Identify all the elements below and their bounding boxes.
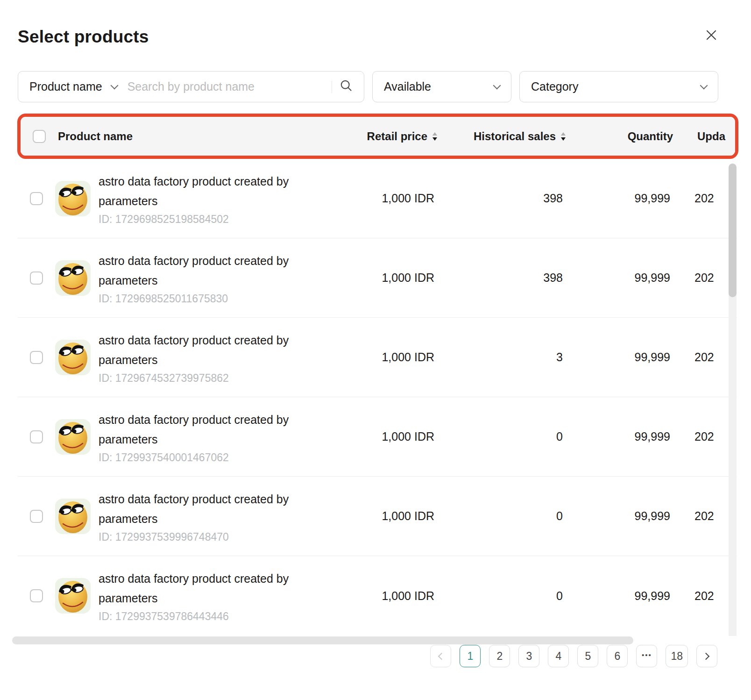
chevron-down-icon	[700, 81, 708, 89]
product-image	[55, 260, 91, 296]
product-name: astro data factory product created by pa…	[99, 171, 302, 211]
row-checkbox[interactable]	[30, 192, 43, 205]
updated-value: 202	[670, 589, 737, 603]
historical-sales-value: 398	[543, 271, 563, 285]
historical-sales-value: 0	[556, 589, 563, 603]
pagination-page-4[interactable]: 4	[548, 645, 569, 667]
quantity-value: 99,999	[635, 430, 670, 443]
table-row[interactable]: astro data factory product created by pa…	[18, 238, 737, 318]
search-field-selector[interactable]: Product name	[29, 80, 102, 93]
sort-asc-icon	[432, 132, 437, 136]
header-retail-price[interactable]: Retail price	[358, 130, 437, 143]
product-name: astro data factory product created by pa…	[99, 569, 302, 608]
retail-price-value: 1,000 IDR	[382, 192, 434, 205]
table-row[interactable]: astro data factory product created by pa…	[18, 477, 737, 556]
quantity-value: 99,999	[635, 509, 670, 523]
pagination-ellipsis[interactable]: •••	[636, 645, 657, 667]
horizontal-scrollbar-thumb[interactable]	[12, 636, 633, 644]
category-dropdown[interactable]: Category	[519, 71, 718, 102]
category-label: Category	[531, 80, 578, 93]
close-button[interactable]	[704, 27, 720, 43]
vertical-scrollbar[interactable]	[729, 164, 737, 636]
product-cell: astro data factory product created by pa…	[55, 251, 355, 305]
product-id: ID: 1729937539786443446	[99, 610, 302, 623]
horizontal-scrollbar[interactable]	[12, 636, 737, 644]
vertical-scrollbar-thumb[interactable]	[729, 164, 737, 297]
pagination: 123456•••18	[430, 645, 717, 667]
updated-value: 202	[670, 350, 737, 364]
row-checkbox[interactable]	[30, 510, 43, 523]
retail-price-value: 1,000 IDR	[382, 509, 434, 523]
historical-sales-label: Historical sales	[474, 130, 556, 143]
quantity-value: 99,999	[635, 192, 670, 205]
sort-desc-icon	[561, 137, 566, 141]
row-checkbox[interactable]	[30, 351, 43, 364]
product-image	[55, 181, 91, 216]
row-checkbox[interactable]	[30, 430, 43, 443]
updated-value: 202	[670, 509, 737, 523]
pagination-prev[interactable]	[430, 645, 451, 667]
product-cell: astro data factory product created by pa…	[55, 569, 355, 623]
search-filter-box[interactable]: Product name	[18, 71, 364, 102]
sort-arrows-icon[interactable]	[561, 132, 566, 141]
pagination-page-18[interactable]: 18	[666, 645, 688, 667]
updated-value: 202	[670, 192, 737, 205]
retail-price-label: Retail price	[367, 130, 427, 143]
close-icon	[704, 28, 720, 42]
product-image	[55, 419, 91, 455]
availability-label: Available	[384, 80, 431, 93]
table-row[interactable]: astro data factory product created by pa…	[18, 397, 737, 477]
header-quantity: Quantity	[628, 130, 673, 143]
product-cell: astro data factory product created by pa…	[55, 489, 355, 543]
historical-sales-value: 0	[556, 509, 563, 523]
historical-sales-value: 0	[556, 430, 563, 443]
product-name: astro data factory product created by pa…	[99, 330, 302, 370]
product-name: astro data factory product created by pa…	[99, 489, 302, 529]
select-all-checkbox[interactable]	[33, 130, 46, 143]
retail-price-value: 1,000 IDR	[382, 350, 434, 364]
table-row[interactable]: astro data factory product created by pa…	[18, 318, 737, 397]
sort-desc-icon	[432, 137, 437, 141]
updated-value: 202	[670, 430, 737, 443]
chevron-left-icon	[438, 652, 446, 660]
availability-dropdown[interactable]: Available	[372, 71, 511, 102]
search-input[interactable]	[128, 80, 332, 93]
product-id: ID: 1729937539996748470	[99, 531, 302, 543]
search-icon[interactable]	[340, 79, 353, 95]
divider	[332, 81, 333, 93]
row-checkbox[interactable]	[30, 589, 43, 602]
historical-sales-value: 3	[556, 350, 563, 364]
pagination-page-5[interactable]: 5	[577, 645, 598, 667]
updated-value: 202	[670, 271, 737, 285]
pagination-page-6[interactable]: 6	[607, 645, 628, 667]
sort-arrows-icon[interactable]	[432, 132, 437, 141]
pagination-next[interactable]	[696, 645, 717, 667]
header-historical-sales[interactable]: Historical sales	[437, 130, 566, 143]
table-row[interactable]: astro data factory product created by pa…	[18, 159, 737, 238]
chevron-down-icon	[110, 81, 118, 89]
chevron-down-icon	[493, 81, 501, 89]
product-table-body: astro data factory product created by pa…	[18, 159, 737, 636]
sort-asc-icon	[561, 132, 566, 136]
page-title: Select products	[18, 27, 149, 47]
product-id: ID: 1729698525011675830	[99, 293, 302, 305]
retail-price-value: 1,000 IDR	[382, 589, 434, 603]
product-image	[55, 578, 91, 614]
historical-sales-value: 398	[543, 192, 563, 205]
retail-price-value: 1,000 IDR	[382, 271, 434, 285]
pagination-page-1[interactable]: 1	[460, 645, 481, 667]
chevron-right-icon	[702, 652, 710, 660]
table-header-row: Product name Retail price Historical sal…	[21, 117, 735, 156]
filter-bar: Product name Available Category	[18, 71, 718, 102]
table-row[interactable]: astro data factory product created by pa…	[18, 556, 737, 636]
quantity-value: 99,999	[635, 271, 670, 285]
product-name: astro data factory product created by pa…	[99, 410, 302, 449]
product-image	[55, 340, 91, 375]
quantity-value: 99,999	[635, 350, 670, 364]
row-checkbox[interactable]	[30, 271, 43, 285]
pagination-page-2[interactable]: 2	[489, 645, 510, 667]
product-id: ID: 1729698525198584502	[99, 213, 302, 226]
pagination-page-3[interactable]: 3	[518, 645, 539, 667]
product-cell: astro data factory product created by pa…	[55, 330, 355, 385]
header-product-name: Product name	[58, 130, 358, 143]
